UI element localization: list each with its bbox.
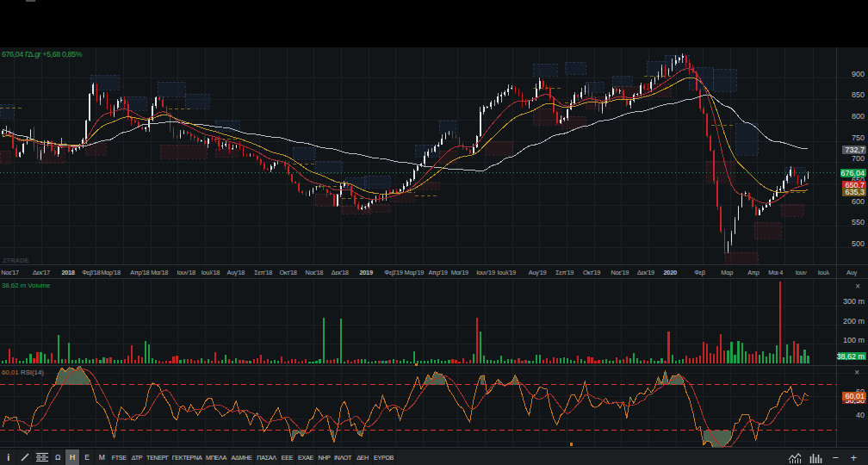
svg-text:Ιουλ: Ιουλ xyxy=(818,269,829,276)
svg-text:38,62 m Volume: 38,62 m Volume xyxy=(2,282,50,289)
svg-text:Νοε'17: Νοε'17 xyxy=(1,269,19,276)
svg-text:60,01: 60,01 xyxy=(2,369,19,376)
svg-text:Απρ'18: Απρ'18 xyxy=(130,269,149,276)
svg-text:200 m: 200 m xyxy=(843,317,865,326)
svg-text:Φεβ'18: Φεβ'18 xyxy=(82,269,100,276)
svg-text:38,62 m: 38,62 m xyxy=(836,352,865,361)
svg-text:Φεβ: Φεβ xyxy=(694,269,705,276)
svg-text:Νοε'19: Νοε'19 xyxy=(611,269,629,276)
svg-text:Ιουλ'19: Ιουλ'19 xyxy=(497,269,516,276)
svg-text:×: × xyxy=(854,368,859,377)
svg-text:2019: 2019 xyxy=(359,269,372,276)
svg-text:676,04: 676,04 xyxy=(840,169,865,177)
svg-text:300 m: 300 m xyxy=(843,297,865,306)
svg-text:Φεβ'19: Φεβ'19 xyxy=(384,269,402,276)
svg-text:2018: 2018 xyxy=(61,269,74,276)
svg-text:Ιουλ'18: Ιουλ'18 xyxy=(202,269,220,276)
svg-text:732,7: 732,7 xyxy=(845,146,865,154)
svg-text:Μαι 4: Μαι 4 xyxy=(768,269,783,276)
svg-text:Μαι'19: Μαι'19 xyxy=(451,269,468,276)
svg-text:635,3: 635,3 xyxy=(845,188,865,196)
svg-text:60,01: 60,01 xyxy=(845,392,865,400)
svg-text:Ιουν'18: Ιουν'18 xyxy=(177,269,195,276)
svg-text:Δεκ'18: Δεκ'18 xyxy=(332,269,349,276)
svg-text:ZTRADE: ZTRADE xyxy=(3,257,28,264)
svg-text:Ιουν: Ιουν xyxy=(796,269,807,276)
svg-text:Αυγ: Αυγ xyxy=(846,269,857,276)
svg-text:Απρ'19: Απρ'19 xyxy=(428,269,447,276)
svg-text:550: 550 xyxy=(852,218,865,226)
svg-text:600: 600 xyxy=(852,197,865,206)
svg-text:Αυγ'18: Αυγ'18 xyxy=(227,269,245,276)
svg-text:Μαρ: Μαρ xyxy=(721,269,733,276)
svg-text:Οκτ'18: Οκτ'18 xyxy=(279,269,296,276)
svg-text:Ιουν'19: Ιουν'19 xyxy=(476,269,495,276)
svg-text:900: 900 xyxy=(852,70,865,78)
svg-text:Μαι'18: Μαι'18 xyxy=(151,269,168,276)
svg-text:Οκτ'19: Οκτ'19 xyxy=(583,269,600,276)
svg-text:700: 700 xyxy=(852,154,865,163)
svg-text:Αυγ'19: Αυγ'19 xyxy=(529,269,547,276)
svg-text:×: × xyxy=(855,282,860,291)
svg-text:2020: 2020 xyxy=(664,269,677,276)
svg-text:800: 800 xyxy=(852,112,865,121)
svg-text:850: 850 xyxy=(852,90,865,99)
svg-text:Απρ: Απρ xyxy=(747,269,759,276)
svg-text:40: 40 xyxy=(856,411,865,419)
svg-text:Μαρ'19: Μαρ'19 xyxy=(405,269,425,276)
svg-text:Μαρ'18: Μαρ'18 xyxy=(101,269,121,276)
svg-text:Νοε'18: Νοε'18 xyxy=(306,269,324,276)
svg-text:750: 750 xyxy=(852,133,865,142)
svg-text:RSI(14): RSI(14) xyxy=(21,369,44,376)
svg-text:500: 500 xyxy=(852,239,865,248)
svg-text:100 m: 100 m xyxy=(843,336,865,344)
svg-text:676,04 ΓΔ.gr +5,68 0,85%: 676,04 ΓΔ.gr +5,68 0,85% xyxy=(2,50,83,59)
svg-text:Σεπ'19: Σεπ'19 xyxy=(555,269,574,276)
svg-text:Σεπ'18: Σεπ'18 xyxy=(254,269,272,276)
svg-text:Δεκ'19: Δεκ'19 xyxy=(637,269,654,276)
svg-text:Δεκ'17: Δεκ'17 xyxy=(33,269,50,276)
